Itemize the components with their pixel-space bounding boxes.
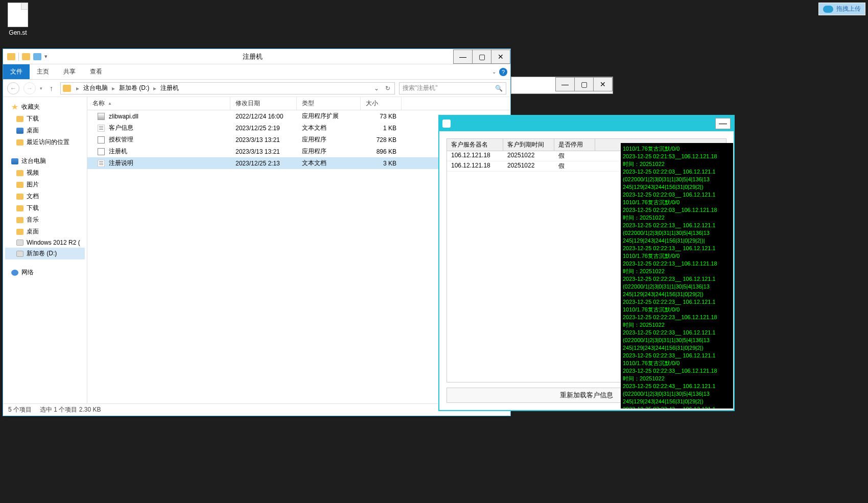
tree-favorites[interactable]: 收藏夹 bbox=[5, 101, 85, 113]
file-size: 896 KB bbox=[361, 148, 402, 155]
console-line: 245|129|243|244|156|31|0|29|2|) bbox=[623, 344, 731, 352]
tree-win2012[interactable]: Windows 2012 R2 ( bbox=[5, 237, 85, 248]
close-button[interactable]: ✕ bbox=[491, 50, 510, 64]
app-icon bbox=[442, 119, 451, 128]
tree-video[interactable]: 视频 bbox=[5, 167, 85, 179]
column-type[interactable]: 类型 bbox=[297, 97, 361, 110]
column-date[interactable]: 修改日期 bbox=[230, 97, 297, 110]
app-titlebar[interactable]: — bbox=[439, 116, 734, 131]
help-icon[interactable]: ? bbox=[499, 68, 507, 76]
tab-view[interactable]: 查看 bbox=[83, 64, 109, 79]
console-line: 2023-12-25 02:22:33__ 106.12.121.1 bbox=[623, 329, 731, 337]
app-minimize-button[interactable]: — bbox=[715, 118, 731, 129]
console-line: 时间：20251022 bbox=[623, 268, 731, 275]
file-name: 注册说明 bbox=[109, 159, 133, 167]
search-input[interactable]: 搜索"注册机" 🔍 bbox=[399, 82, 506, 94]
tab-file[interactable]: 文件 bbox=[3, 64, 30, 79]
maximize-button[interactable]: ▢ bbox=[472, 50, 491, 64]
cell-server: 106.12.121.18 bbox=[447, 151, 503, 161]
tab-home[interactable]: 主页 bbox=[30, 64, 56, 79]
console-line: 2023-12-25 02:22:33__106.12.121.18 bbox=[623, 367, 731, 375]
ribbon-collapse-icon[interactable]: ⌄ bbox=[492, 69, 496, 75]
console-line: 时间：20251022 bbox=[623, 321, 731, 329]
up-button[interactable]: ↑ bbox=[46, 84, 56, 92]
bg-maximize-button[interactable]: ▢ bbox=[574, 77, 594, 91]
file-type-icon bbox=[98, 113, 105, 120]
file-icon bbox=[8, 3, 28, 27]
grid-header-server[interactable]: 客户服务器名 bbox=[447, 139, 503, 151]
file-size: 728 KB bbox=[361, 136, 402, 143]
file-type: 应用程序 bbox=[297, 135, 361, 144]
qat-folder-icon[interactable] bbox=[22, 53, 30, 60]
cell-suspended: 假 bbox=[554, 161, 595, 171]
forward-button[interactable]: → bbox=[24, 82, 36, 94]
tree-downloads[interactable]: 下载 bbox=[5, 113, 85, 125]
console-line: 245|129|243|244|156|31|0|29|2|) bbox=[623, 398, 731, 405]
file-name: 注册机 bbox=[109, 147, 127, 156]
console-line: 2023-12-25 02:22:43__ 106.12.121.1 bbox=[623, 405, 731, 409]
file-date: 2023/12/25 2:19 bbox=[230, 125, 297, 132]
console-line: (022000/1|2|3|0|31|1|30|5|4|136|13 bbox=[623, 229, 731, 237]
console-line: 2023-12-25 02:22:33__ 106.12.121.1 bbox=[623, 352, 731, 360]
grid-header-suspended[interactable]: 是否停用 bbox=[554, 139, 595, 151]
console-line: 时间：20251022 bbox=[623, 160, 731, 168]
back-button[interactable]: ← bbox=[7, 82, 19, 94]
drag-upload-button[interactable]: 拖拽上传 bbox=[818, 3, 865, 15]
status-count: 5 个项目 bbox=[8, 405, 32, 414]
cell-expire: 20251022 bbox=[503, 151, 554, 161]
tree-pictures[interactable]: 图片 bbox=[5, 179, 85, 190]
cell-expire: 20251022 bbox=[503, 161, 554, 171]
breadcrumb[interactable]: ▸ 这台电脑 ▸ 新加卷 (D:) ▸ 注册机 ⌄ ↻ bbox=[60, 82, 395, 94]
file-date: 2023/3/13 13:21 bbox=[230, 136, 297, 143]
tab-share[interactable]: 共享 bbox=[56, 64, 83, 79]
console-line: 2023-12-25 02:22:13__106.12.121.18 bbox=[623, 260, 731, 268]
tree-documents[interactable]: 文档 bbox=[5, 190, 85, 202]
desktop-icon-gen-st[interactable]: Gen.st bbox=[3, 3, 33, 36]
file-type-icon bbox=[98, 125, 105, 132]
console-line: 2023-12-25 02:22:13__ 106.12.121.1 bbox=[623, 222, 731, 229]
console-line: 2023-12-25 02:22:23__106.12.121.18 bbox=[623, 314, 731, 321]
console-line: 2023-12-25 02:22:23__ 106.12.121.1 bbox=[623, 275, 731, 283]
console-line: 2023-12-25 02:22:03__ 106.12.121.1 bbox=[623, 168, 731, 176]
grid-header-expire[interactable]: 客户到期时间 bbox=[503, 139, 554, 151]
file-type-icon bbox=[98, 148, 105, 155]
file-name: zlibwapi.dll bbox=[109, 113, 138, 120]
tree-desktop[interactable]: 桌面 bbox=[5, 125, 85, 136]
file-type-icon bbox=[98, 160, 105, 167]
console-line: 2023-12-25 02:22:03__106.12.121.18 bbox=[623, 206, 731, 214]
navbar: ← → ▾ ↑ ▸ 这台电脑 ▸ 新加卷 (D:) ▸ 注册机 ⌄ ↻ 搜索"注… bbox=[3, 80, 510, 97]
qat-properties-icon[interactable] bbox=[33, 53, 41, 60]
refresh-icon[interactable]: ↻ bbox=[383, 85, 392, 92]
breadcrumb-folder[interactable]: 注册机 bbox=[158, 84, 181, 92]
column-size[interactable]: 大小 bbox=[361, 97, 402, 110]
bg-minimize-button[interactable]: — bbox=[555, 77, 575, 91]
upload-label: 拖拽上传 bbox=[836, 5, 861, 13]
console-line: 245|129|243|244|156|31|0|29|2|)| bbox=[623, 237, 731, 245]
column-name[interactable]: 名称 bbox=[87, 97, 230, 110]
breadcrumb-dropdown-icon[interactable]: ⌄ bbox=[372, 85, 381, 92]
file-type: 文本文档 bbox=[297, 159, 361, 167]
file-date: 2023/3/13 13:21 bbox=[230, 148, 297, 155]
tree-thispc[interactable]: 这台电脑 bbox=[5, 155, 85, 167]
explorer-titlebar[interactable]: ▾ 注册机 — ▢ ✕ bbox=[3, 49, 510, 64]
console-log[interactable]: 1010/1.76复古沉默/0/02023-12-25 02:21:53__10… bbox=[621, 143, 733, 409]
breadcrumb-drive[interactable]: 新加卷 (D:) bbox=[117, 84, 151, 92]
tree-downloads2[interactable]: 下载 bbox=[5, 202, 85, 214]
quick-access-toolbar: ▾ bbox=[3, 53, 52, 61]
tree-recent[interactable]: 最近访问的位置 bbox=[5, 136, 85, 148]
console-line: (022000/1|2|3|0|31|1|30|5|4|136|13 bbox=[623, 283, 731, 291]
qat-overflow-icon[interactable]: ▾ bbox=[44, 53, 48, 60]
tree-network[interactable]: 网络 bbox=[5, 267, 85, 278]
console-line: 2023-12-25 02:22:43__ 106.12.121.1 bbox=[623, 382, 731, 390]
file-size: 73 KB bbox=[361, 113, 402, 120]
tree-music[interactable]: 音乐 bbox=[5, 214, 85, 226]
file-size: 1 KB bbox=[361, 125, 402, 132]
console-line: 1010/1.76复古沉默/0/0 bbox=[623, 252, 731, 260]
bg-close-button[interactable]: ✕ bbox=[593, 77, 613, 91]
history-dropdown-icon[interactable]: ▾ bbox=[40, 86, 42, 91]
tree-desktop2[interactable]: 桌面 bbox=[5, 226, 85, 237]
breadcrumb-folder-icon bbox=[63, 85, 71, 92]
tree-newvolume[interactable]: 新加卷 (D:) bbox=[5, 248, 85, 259]
breadcrumb-pc[interactable]: 这台电脑 bbox=[81, 84, 110, 92]
minimize-button[interactable]: — bbox=[453, 50, 473, 64]
